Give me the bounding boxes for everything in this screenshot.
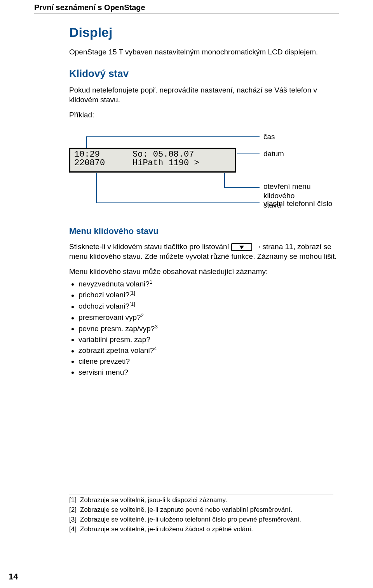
idle-paragraph: Pokud netelefonujete popř. neprovádíte n… xyxy=(69,85,339,105)
list-item: pevne presm. zap/vyp?3 xyxy=(78,323,339,334)
footnote-text: Zobrazuje se volitelně, je-li zapnuto pe… xyxy=(80,506,292,513)
list-item: cilene prevzeti? xyxy=(78,356,339,367)
footnote: [3]Zobrazuje se volitelně, je-li uloženo… xyxy=(69,515,333,524)
list-item: odchozi volani?[1] xyxy=(78,300,339,312)
footnote: [4]Zobrazuje se volitelně, je-li uložena… xyxy=(69,525,333,534)
list-item-text: zobrazit zpetna volani? xyxy=(78,347,154,355)
example-label: Příklad: xyxy=(69,110,339,120)
list-item: variabilni presm. zap? xyxy=(78,334,339,345)
running-header: První seznámení s OpenStage xyxy=(34,3,339,12)
list-item-footnote-ref: [1] xyxy=(129,290,135,296)
heading-klidovy-stav: Klidový stav xyxy=(69,68,339,80)
list-item-footnote-ref: [1] xyxy=(129,301,135,307)
list-item-footnote-ref: 3 xyxy=(155,324,157,330)
footnote-number: [1] xyxy=(69,496,80,505)
footnotes: [1]Zobrazuje se volitelně, jsou-li k dis… xyxy=(69,494,333,534)
menu-item-list: nevyzvednuta volani?1prichozi volani?[1]… xyxy=(69,278,339,378)
display-time: 10:29 xyxy=(74,150,132,159)
display-diagram: 10:29 220870 So: 05.08.07 HiPath 1190 > … xyxy=(69,125,339,215)
svg-marker-0 xyxy=(239,246,244,249)
list-item-text: odchozi volani? xyxy=(78,302,129,311)
list-item-text: variabilni presm. zap? xyxy=(78,335,150,344)
callout-time: čas xyxy=(263,132,275,141)
list-item-text: nevyzvednuta volani? xyxy=(78,280,150,288)
callout-extension: vlastní telefonní číslo xyxy=(263,199,332,208)
list-intro: Menu klidového stavu může obsahovat násl… xyxy=(69,267,339,276)
display-system: HiPath 1190 > xyxy=(132,159,199,168)
list-item: presmerovani vyp?2 xyxy=(78,312,339,323)
display-extension: 220870 xyxy=(74,159,132,168)
heading-menu-klidoveho-stavu: Menu klidového stavu xyxy=(69,226,339,236)
header-rule xyxy=(34,14,339,14)
footnote-text: Zobrazuje se volitelně, je-li uloženo te… xyxy=(80,516,301,523)
list-item: servisni menu? xyxy=(78,367,339,378)
display-date: So: 05.08.07 xyxy=(132,150,199,159)
list-item-text: servisni menu? xyxy=(78,368,128,376)
menu-paragraph: Stisknete-li v klidovém stavu tlačítko p… xyxy=(69,242,339,261)
list-item: nevyzvednuta volani?1 xyxy=(78,278,339,290)
list-item-text: prichozi volani? xyxy=(78,291,129,299)
cross-reference: → strana 11 xyxy=(254,242,293,251)
menu-paragraph-pre: Stisknete-li v klidovém stavu tlačítko p… xyxy=(69,243,231,251)
footnote-number: [3] xyxy=(69,515,80,524)
page-number: 14 xyxy=(9,572,18,582)
footnote: [1]Zobrazuje se volitelně, jsou-li k dis… xyxy=(69,496,333,505)
footnote-number: [4] xyxy=(69,525,80,534)
cross-reference-text: strana 11 xyxy=(262,242,293,251)
footnote-text: Zobrazuje se volitelně, jsou-li k dispoz… xyxy=(80,496,227,504)
callout-date: datum xyxy=(263,149,284,159)
footnote: [2]Zobrazuje se volitelně, je-li zapnuto… xyxy=(69,506,333,515)
list-item-text: pevne presm. zap/vyp? xyxy=(78,325,155,333)
footnote-number: [2] xyxy=(69,506,80,515)
list-item-footnote-ref: 1 xyxy=(150,279,152,285)
arrow-right-icon: → xyxy=(254,242,261,251)
list-item-text: cilene prevzeti? xyxy=(78,357,130,365)
list-item-footnote-ref: 4 xyxy=(154,345,157,351)
list-item: prichozi volani?[1] xyxy=(78,289,339,300)
scroll-down-key-icon xyxy=(231,243,252,251)
list-item: zobrazit zpetna volani?4 xyxy=(78,345,339,356)
footnote-text: Zobrazuje se volitelně, je-li uložena žá… xyxy=(80,525,253,533)
list-item-footnote-ref: 2 xyxy=(141,312,144,318)
intro-paragraph: OpenStage 15 T vybaven nastavitelným mon… xyxy=(69,47,339,57)
heading-displej: Displej xyxy=(69,25,339,40)
lcd-display: 10:29 220870 So: 05.08.07 HiPath 1190 > xyxy=(69,148,236,173)
list-item-text: presmerovani vyp? xyxy=(78,314,141,322)
